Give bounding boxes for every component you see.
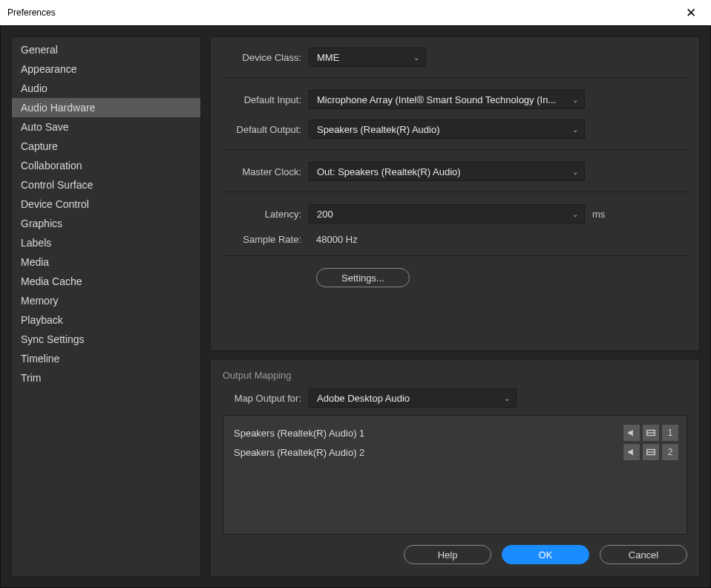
device-class-value: MME — [317, 52, 339, 63]
sidebar-item-device-control[interactable]: Device Control — [12, 195, 200, 214]
help-button[interactable]: Help — [404, 545, 491, 564]
channel-number[interactable]: 1 — [661, 424, 679, 442]
default-output-value: Speakers (Realtek(R) Audio) — [317, 124, 439, 135]
audio-hardware-panel: Device Class: MME ⌄ Default Input: Micro… — [210, 36, 700, 351]
default-input-value: Microphone Array (Intel® Smart Sound Tec… — [317, 94, 556, 105]
channel-number[interactable]: 2 — [661, 443, 679, 461]
mapping-row: Speakers (Realtek(R) Audio) 11 — [231, 423, 679, 442]
speaker-icon[interactable] — [623, 424, 640, 442]
sidebar: GeneralAppearanceAudioAudio HardwareAuto… — [11, 36, 201, 577]
mapping-row: Speakers (Realtek(R) Audio) 22 — [231, 442, 679, 462]
default-output-label: Default Output: — [223, 124, 309, 135]
sidebar-item-general[interactable]: General — [12, 40, 200, 59]
default-output-select[interactable]: Speakers (Realtek(R) Audio) ⌄ — [309, 120, 585, 139]
mapping-row-icons: 2 — [623, 443, 679, 461]
chevron-down-icon: ⌄ — [572, 210, 578, 218]
map-output-value: Adobe Desktop Audio — [317, 393, 410, 404]
sidebar-item-playback[interactable]: Playback — [12, 310, 200, 330]
sidebar-item-control-surface[interactable]: Control Surface — [12, 175, 200, 195]
chevron-down-icon: ⌄ — [504, 394, 510, 402]
sidebar-item-appearance[interactable]: Appearance — [12, 59, 200, 79]
divider — [223, 77, 687, 78]
sidebar-item-audio-hardware[interactable]: Audio Hardware — [12, 98, 200, 117]
latency-label: Latency: — [223, 209, 309, 220]
chevron-down-icon: ⌄ — [572, 125, 578, 134]
output-mapping-panel: Output Mapping Map Output for: Adobe Des… — [210, 359, 700, 577]
device-class-select[interactable]: MME ⌄ — [309, 48, 426, 67]
latency-value: 200 — [317, 209, 333, 220]
sidebar-item-labels[interactable]: Labels — [12, 233, 200, 252]
sample-rate-value: 48000 Hz — [309, 234, 358, 245]
cancel-button[interactable]: Cancel — [600, 545, 687, 564]
ok-button[interactable]: OK — [502, 545, 589, 564]
latency-select[interactable]: 200 ⌄ — [309, 204, 585, 223]
default-input-label: Default Input: — [223, 94, 309, 105]
device-class-label: Device Class: — [223, 52, 309, 63]
sidebar-item-audio[interactable]: Audio — [12, 79, 200, 98]
speaker-icon[interactable] — [623, 443, 640, 461]
map-output-label: Map Output for: — [223, 393, 309, 404]
mapping-row-icons: 1 — [623, 424, 679, 442]
divider — [223, 149, 687, 150]
sample-rate-label: Sample Rate: — [223, 234, 309, 245]
master-clock-label: Master Clock: — [223, 166, 309, 177]
output-mapping-title: Output Mapping — [223, 370, 687, 381]
chevron-down-icon: ⌄ — [572, 96, 578, 104]
sidebar-item-trim[interactable]: Trim — [12, 368, 200, 388]
footer-buttons: Help OK Cancel — [223, 535, 687, 564]
default-input-select[interactable]: Microphone Array (Intel® Smart Sound Tec… — [309, 90, 585, 109]
divider — [223, 255, 687, 256]
sidebar-item-auto-save[interactable]: Auto Save — [12, 117, 200, 137]
sidebar-item-media[interactable]: Media — [12, 252, 200, 272]
divider — [223, 192, 687, 192]
titlebar: Preferences ✕ — [0, 0, 711, 25]
settings-button[interactable]: Settings... — [316, 268, 410, 287]
latency-unit: ms — [592, 209, 605, 220]
master-clock-select[interactable]: Out: Speakers (Realtek(R) Audio) ⌄ — [309, 162, 585, 181]
mapping-row-name: Speakers (Realtek(R) Audio) 2 — [231, 447, 364, 458]
sidebar-item-graphics[interactable]: Graphics — [12, 214, 200, 233]
route-icon[interactable] — [642, 424, 660, 442]
sidebar-item-capture[interactable]: Capture — [12, 137, 200, 156]
route-icon[interactable] — [642, 443, 660, 461]
sidebar-item-media-cache[interactable]: Media Cache — [12, 272, 200, 291]
main-content: Device Class: MME ⌄ Default Input: Micro… — [210, 36, 700, 577]
sidebar-item-sync-settings[interactable]: Sync Settings — [12, 330, 200, 349]
sidebar-item-timeline[interactable]: Timeline — [12, 349, 200, 368]
dialog-body: GeneralAppearanceAudioAudio HardwareAuto… — [0, 25, 711, 588]
mapping-row-name: Speakers (Realtek(R) Audio) 1 — [231, 428, 364, 439]
map-output-select[interactable]: Adobe Desktop Audio ⌄ — [309, 388, 517, 408]
window-title: Preferences — [7, 7, 56, 18]
sidebar-item-collaboration[interactable]: Collaboration — [12, 156, 200, 175]
master-clock-value: Out: Speakers (Realtek(R) Audio) — [317, 166, 461, 177]
chevron-down-icon: ⌄ — [572, 168, 578, 176]
sidebar-item-memory[interactable]: Memory — [12, 291, 200, 310]
mapping-list: Speakers (Realtek(R) Audio) 11Speakers (… — [223, 415, 687, 535]
chevron-down-icon: ⌄ — [413, 53, 419, 62]
close-icon[interactable]: ✕ — [680, 4, 702, 22]
